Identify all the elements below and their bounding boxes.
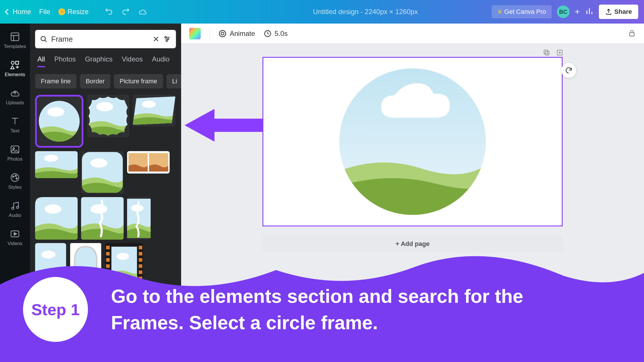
svg-point-35: [91, 204, 108, 214]
tutorial-content: Step 1 Go to the elements section and se…: [23, 277, 600, 342]
elements-icon: [10, 60, 20, 70]
frame-result-diptych[interactable]: [127, 151, 170, 174]
insights-button[interactable]: [585, 7, 594, 17]
filter-icon[interactable]: [163, 35, 171, 43]
svg-point-1: [11, 61, 14, 64]
rail-item-uploads[interactable]: Uploads: [0, 84, 30, 110]
tab-audio[interactable]: Audio: [152, 55, 169, 67]
upload-icon: [605, 8, 612, 15]
rail-label: Elements: [5, 72, 25, 78]
svg-point-6: [13, 176, 14, 178]
rail-label: Videos: [7, 241, 22, 247]
frame-result-rounded[interactable]: [81, 151, 124, 194]
svg-point-23: [142, 101, 156, 108]
top-bar-right: ♛ Get Canva Pro BC + Share: [492, 5, 638, 19]
chip-border[interactable]: Border: [80, 74, 110, 88]
circle-frame-element[interactable]: [338, 67, 487, 216]
styles-icon: [10, 172, 20, 183]
get-pro-button[interactable]: ♛ Get Canva Pro: [492, 5, 552, 18]
svg-rect-2: [16, 61, 19, 64]
svg-point-20: [96, 102, 113, 111]
uploads-icon: [10, 88, 20, 98]
add-page-icon[interactable]: [556, 49, 564, 56]
home-button[interactable]: Home: [6, 8, 31, 16]
svg-point-14: [167, 38, 169, 40]
svg-point-9: [12, 207, 14, 209]
svg-rect-45: [106, 246, 110, 249]
crown-icon: [58, 8, 65, 15]
undo-icon[interactable]: [105, 7, 113, 16]
tab-graphics[interactable]: Graphics: [85, 55, 112, 67]
audio-icon: [10, 201, 20, 211]
share-label: Share: [614, 8, 632, 16]
refresh-icon: [565, 66, 573, 74]
clear-search-button[interactable]: ✕: [153, 34, 159, 44]
frame-result-torn[interactable]: [81, 197, 124, 240]
rail-item-photos[interactable]: Photos: [0, 140, 30, 166]
svg-point-12: [41, 36, 45, 41]
rail-item-elements[interactable]: Elements: [0, 56, 30, 82]
refresh-button[interactable]: [561, 63, 576, 78]
frame-result-torn2[interactable]: [127, 197, 151, 240]
chip-frame-line[interactable]: Frame line: [35, 74, 76, 88]
rail-item-videos[interactable]: Videos: [0, 225, 30, 251]
top-bar-left: Home File Resize: [6, 7, 147, 16]
chip-more[interactable]: Li: [166, 74, 183, 88]
svg-point-28: [91, 158, 108, 168]
color-picker-button[interactable]: [189, 28, 201, 39]
redo-icon[interactable]: [121, 7, 130, 16]
frame-result-rect[interactable]: [35, 151, 78, 178]
get-pro-label: Get Canva Pro: [504, 8, 546, 16]
frame-result-wavy[interactable]: [87, 95, 129, 137]
svg-point-10: [16, 206, 19, 209]
rail-label: Styles: [8, 184, 22, 190]
search-input[interactable]: [51, 35, 149, 44]
design-page[interactable]: [262, 57, 563, 226]
resize-label: Resize: [68, 8, 89, 16]
add-member-button[interactable]: +: [575, 7, 580, 17]
arrow-icon: [183, 104, 263, 147]
rail-item-text[interactable]: Text: [0, 112, 30, 138]
document-title[interactable]: Untitled design - 644px × 362px: [147, 8, 492, 16]
rail-item-templates[interactable]: Templates: [0, 28, 30, 53]
svg-point-57: [219, 30, 226, 37]
svg-point-15: [166, 40, 167, 42]
frame-result-parallelogram[interactable]: [133, 95, 175, 126]
animate-icon: [218, 29, 227, 38]
tab-photos[interactable]: Photos: [54, 55, 76, 67]
text-icon: [10, 116, 20, 126]
svg-point-8: [16, 178, 18, 179]
svg-point-4: [13, 148, 15, 149]
duration-button[interactable]: 5.0s: [264, 30, 288, 38]
svg-point-33: [45, 204, 62, 214]
rail-item-styles[interactable]: Styles: [0, 168, 30, 194]
rail-label: Uploads: [6, 100, 24, 106]
animate-label: Animate: [230, 30, 255, 38]
tab-all[interactable]: All: [37, 55, 45, 67]
svg-rect-62: [544, 50, 548, 54]
cloud-sync-icon[interactable]: [138, 7, 147, 16]
rail-label: Templates: [4, 44, 26, 49]
search-box: ✕: [35, 30, 176, 48]
animate-button[interactable]: Animate: [218, 29, 255, 38]
svg-rect-60: [630, 32, 634, 36]
resize-button[interactable]: Resize: [58, 8, 89, 16]
page-actions: [543, 49, 564, 56]
share-button[interactable]: Share: [599, 5, 638, 19]
templates-icon: [10, 32, 20, 42]
clock-icon: [264, 30, 272, 38]
tutorial-overlay: Step 1 Go to the elements section and se…: [0, 250, 644, 362]
svg-point-18: [47, 107, 64, 117]
lock-button[interactable]: [628, 29, 636, 38]
duplicate-page-icon[interactable]: [543, 49, 550, 56]
frame-result-circle[interactable]: [35, 95, 83, 148]
chip-picture-frame[interactable]: Picture frame: [114, 74, 163, 88]
step-number-badge: Step 1: [23, 277, 88, 342]
avatar[interactable]: BC: [557, 5, 570, 18]
rail-item-audio[interactable]: Audio: [0, 197, 30, 222]
frame-result-tab[interactable]: [35, 197, 78, 240]
svg-rect-61: [545, 51, 549, 55]
file-menu-button[interactable]: File: [39, 8, 50, 16]
lock-icon: [628, 29, 636, 37]
tab-videos[interactable]: Videos: [122, 55, 143, 67]
